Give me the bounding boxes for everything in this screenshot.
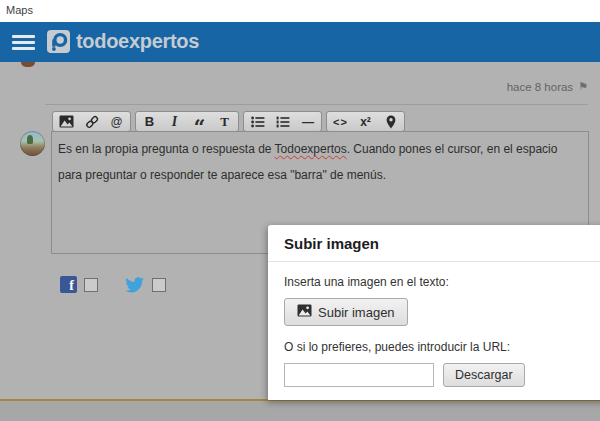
- link-icon[interactable]: [79, 112, 104, 131]
- superscript-icon[interactable]: x²: [353, 112, 378, 131]
- unordered-list-icon[interactable]: [245, 112, 270, 131]
- share-row: f: [60, 276, 166, 293]
- browser-strip: Maps: [0, 0, 600, 22]
- editor-text: Es en la propia pregunta o respuesta de: [58, 142, 275, 156]
- modal-body: Inserta una imagen en el texto: Subir im…: [268, 262, 600, 400]
- insert-image-label: Inserta una imagen en el texto:: [284, 275, 592, 289]
- image-icon[interactable]: [54, 112, 79, 131]
- flag-icon[interactable]: ⚑: [578, 80, 588, 93]
- comment-timestamp: hace 8 horas: [507, 81, 574, 93]
- share-twitter-checkbox[interactable]: [152, 278, 166, 292]
- brand-name: todoexpertos: [76, 30, 199, 53]
- divider: [45, 104, 588, 105]
- page-footer: [0, 399, 600, 421]
- page-top-label: Maps: [6, 4, 33, 16]
- editor-text-misspelled: Todoexpertos: [275, 142, 347, 156]
- toolbar-group-lists: —: [243, 111, 322, 132]
- todoexpertos-logo-icon: [47, 30, 70, 53]
- download-button[interactable]: Descargar: [443, 363, 525, 387]
- image-url-input[interactable]: [284, 363, 434, 387]
- horizontal-rule-icon[interactable]: —: [295, 112, 320, 131]
- toolbar-group-extra: <> x²: [326, 111, 405, 132]
- toolbar-group-insert: @: [52, 111, 131, 132]
- upload-image-button-label: Subir imagen: [318, 305, 395, 320]
- modal-header: Subir imagen: [268, 225, 600, 262]
- avatar[interactable]: [20, 131, 45, 156]
- facebook-icon[interactable]: f: [60, 276, 77, 293]
- twitter-icon[interactable]: [125, 277, 145, 293]
- url-row: Descargar: [284, 363, 592, 387]
- share-facebook-checkbox[interactable]: [84, 278, 98, 292]
- image-icon: [297, 304, 312, 320]
- app-header: todoexpertos: [0, 22, 600, 62]
- todoexpertos-logo[interactable]: todoexpertos: [47, 30, 199, 53]
- italic-icon[interactable]: I: [162, 112, 187, 131]
- toolbar-group-format: B I “ T: [135, 111, 239, 132]
- title-icon[interactable]: T: [212, 112, 237, 131]
- hamburger-menu-icon[interactable]: [12, 35, 35, 50]
- url-hint-label: O si lo prefieres, puedes introducir la …: [284, 340, 592, 354]
- code-icon[interactable]: <>: [328, 112, 353, 131]
- modal-title: Subir imagen: [284, 235, 379, 252]
- bold-icon[interactable]: B: [137, 112, 162, 131]
- upload-image-button[interactable]: Subir imagen: [284, 298, 408, 326]
- blockquote-icon[interactable]: “: [187, 112, 212, 131]
- avatar-partial: [21, 62, 35, 67]
- mention-icon[interactable]: @: [104, 112, 129, 131]
- location-pin-icon[interactable]: [378, 112, 403, 131]
- ordered-list-icon[interactable]: [270, 112, 295, 131]
- editor-toolbar: @ B I “ T: [52, 111, 405, 132]
- upload-image-modal: Subir imagen Inserta una imagen en el te…: [268, 225, 600, 400]
